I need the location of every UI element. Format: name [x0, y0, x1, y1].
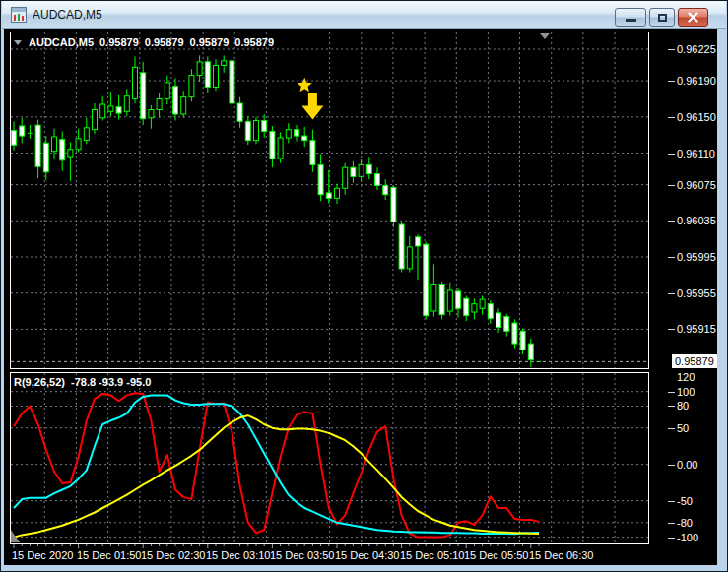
- price-tick-label: 0.95915: [677, 323, 716, 335]
- time-label: 15 Dec 05:50: [464, 549, 528, 561]
- price-tick-label: 0.96075: [677, 179, 716, 191]
- indicator-tick-label: 50: [677, 422, 689, 434]
- close-button[interactable]: [678, 8, 708, 27]
- indicator-legend: R(9,26,52)-78.8 -93.9 -95.0: [14, 376, 157, 388]
- indicator-tick: [668, 538, 675, 539]
- price-tick-label: 0.96035: [677, 215, 716, 226]
- indicator-tick-label: 100: [677, 386, 695, 398]
- indicator-tick-label: 0.00: [677, 459, 697, 471]
- indicator-tick-label: 80: [677, 400, 689, 412]
- legend-high: 0.95879: [145, 36, 184, 48]
- indicator-tick: [668, 523, 675, 524]
- mt4-chart-window: AUDCAD,M5 AUDCAD,M50.958790.958790.95879…: [0, 0, 728, 572]
- price-tick: [668, 257, 675, 258]
- price-tick: [668, 221, 675, 222]
- legend-low: 0.95879: [190, 36, 230, 48]
- time-label: 15 Dec 06:30: [529, 549, 593, 561]
- indicator-tick-label: -80: [677, 517, 693, 529]
- williams-r-subchart[interactable]: [10, 372, 649, 544]
- legend-open: 0.95879: [99, 36, 139, 48]
- time-label: 15 Dec 04:30: [335, 549, 399, 561]
- price-tick-label: 0.96225: [677, 43, 716, 55]
- indicator-name: R(9,26,52): [14, 376, 65, 388]
- chart-legend: AUDCAD,M50.958790.958790.958790.95879: [14, 36, 280, 48]
- indicator-tick: [668, 501, 675, 502]
- chart-window-icon: [11, 7, 27, 23]
- indicator-tick: [668, 392, 675, 393]
- indicator-tick-label: -100: [677, 532, 698, 543]
- minimize-icon: [626, 19, 636, 22]
- price-tick-label: 0.96190: [677, 75, 716, 87]
- price-chart[interactable]: [10, 32, 649, 369]
- chevron-down-icon: [14, 40, 22, 45]
- price-axis[interactable]: 0.962250.961900.961500.961100.960750.960…: [648, 29, 717, 565]
- time-label: 15 Dec 03:50: [270, 549, 334, 561]
- indicator-tick: [668, 465, 675, 466]
- price-tick: [668, 293, 675, 294]
- price-tick: [668, 81, 675, 82]
- price-tick: [668, 49, 675, 50]
- title-bar[interactable]: AUDCAD,M5: [2, 1, 726, 29]
- indicator-tick: [668, 428, 675, 429]
- price-tick-label: 0.96110: [677, 148, 715, 159]
- legend-close: 0.95879: [234, 36, 274, 48]
- minimize-button[interactable]: [615, 8, 646, 27]
- indicator-values: -78.8 -93.9 -95.0: [71, 376, 151, 388]
- restore-button[interactable]: [649, 8, 675, 27]
- price-tick-label: 0.96150: [677, 111, 716, 123]
- price-tick: [668, 185, 675, 186]
- time-label: 15 Dec 02:30: [141, 549, 205, 561]
- price-tick-label: 0.95955: [677, 287, 716, 299]
- time-label: 15 Dec 03:10: [206, 549, 270, 561]
- indicator-tick-label: 120: [677, 371, 695, 383]
- price-tick: [668, 154, 675, 155]
- time-label: 15 Dec 05:10: [400, 549, 464, 561]
- indicator-tick: [668, 406, 675, 407]
- restore-icon: [658, 14, 667, 22]
- window-title: AUDCAD,M5: [33, 1, 102, 29]
- indicator-tick-label: -50: [677, 495, 693, 507]
- close-icon: [679, 9, 707, 26]
- legend-symbol: AUDCAD,M5: [29, 36, 94, 48]
- current-price-label: 0.95879: [672, 354, 717, 368]
- chart-client-area: AUDCAD,M50.958790.958790.958790.95879 R(…: [4, 29, 717, 565]
- time-label: 15 Dec 2020: [12, 549, 73, 561]
- time-axis[interactable]: 15 Dec 202015 Dec 01:5015 Dec 02:3015 De…: [10, 544, 649, 565]
- price-tick: [668, 117, 675, 118]
- window-controls: [615, 8, 708, 27]
- time-label: 15 Dec 01:50: [77, 549, 141, 561]
- price-tick: [668, 329, 675, 330]
- price-tick-label: 0.95995: [677, 251, 716, 263]
